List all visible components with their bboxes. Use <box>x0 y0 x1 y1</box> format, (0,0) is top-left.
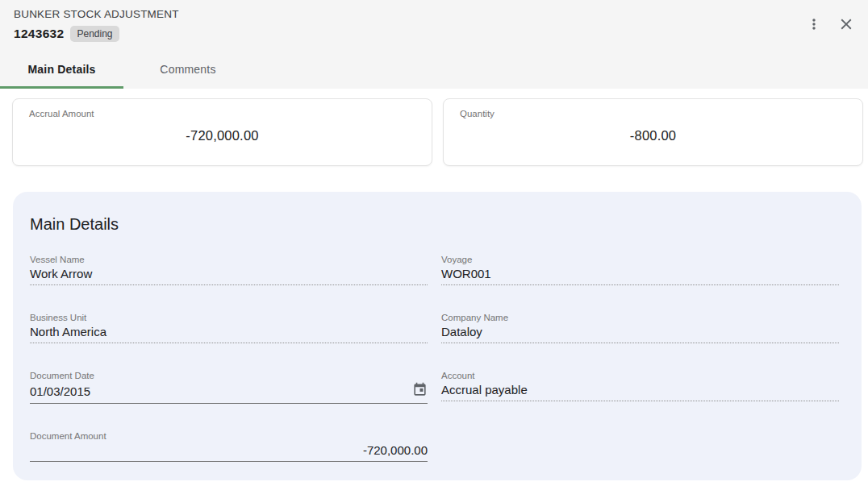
document-date-label: Document Date <box>30 371 428 380</box>
accrual-amount-card: Accrual Amount -720,000.00 <box>12 98 432 166</box>
vessel-name-label: Vessel Name <box>30 255 428 264</box>
voyage-label: Voyage <box>441 255 839 264</box>
field-voyage: Voyage WOR001 <box>441 255 839 285</box>
document-id: 1243632 <box>14 27 64 41</box>
document-date-input[interactable] <box>30 384 411 398</box>
close-button[interactable] <box>836 14 857 35</box>
accrual-amount-value: -720,000.00 <box>29 128 415 143</box>
field-document-date: Document Date <box>30 371 428 404</box>
company-name-value: Dataloy <box>441 325 482 338</box>
bunker-stock-adjustment-dialog: BUNKER STOCK ADJUSTMENT 1243632 Pending … <box>0 0 868 490</box>
active-tab-indicator <box>0 86 123 89</box>
document-amount-input[interactable] <box>30 443 428 457</box>
field-business-unit: Business Unit North America <box>30 313 428 343</box>
document-date-picker-button[interactable] <box>411 383 428 399</box>
field-grid: Vessel Name Work Arrow Voyage WOR001 Bus… <box>30 255 839 462</box>
business-unit-value: North America <box>30 325 106 338</box>
vessel-name-value: Work Arrow <box>30 267 92 280</box>
quantity-label: Quantity <box>460 109 846 118</box>
section-title: Main Details <box>30 215 839 234</box>
field-document-amount: Document Amount <box>30 431 428 462</box>
accrual-amount-label: Accrual Amount <box>29 109 415 118</box>
account-label: Account <box>441 371 839 380</box>
calendar-icon <box>412 382 428 400</box>
quantity-value: -800.00 <box>460 128 846 143</box>
tab-main-details[interactable]: Main Details <box>0 50 123 89</box>
field-company-name: Company Name Dataloy <box>441 313 839 343</box>
close-icon <box>837 15 855 33</box>
status-badge: Pending <box>70 26 119 42</box>
dialog-title: BUNKER STOCK ADJUSTMENT <box>14 8 855 20</box>
more-options-button[interactable] <box>803 14 824 35</box>
account-value: Accrual payable <box>441 383 528 397</box>
business-unit-label: Business Unit <box>30 313 428 322</box>
document-amount-label: Document Amount <box>30 431 428 441</box>
main-details-section: Main Details Vessel Name Work Arrow Voya… <box>13 192 862 480</box>
kebab-menu-icon <box>806 16 822 32</box>
quantity-card: Quantity -800.00 <box>443 98 863 166</box>
field-vessel-name: Vessel Name Work Arrow <box>30 255 428 285</box>
dialog-header: BUNKER STOCK ADJUSTMENT 1243632 Pending … <box>0 0 868 89</box>
field-account: Account Accrual payable <box>441 371 839 404</box>
tab-comments-label: Comments <box>160 63 215 76</box>
company-name-label: Company Name <box>441 313 839 322</box>
tab-comments[interactable]: Comments <box>123 50 252 89</box>
voyage-value: WOR001 <box>441 267 491 280</box>
tab-main-details-label: Main Details <box>27 63 95 76</box>
summary-cards-row: Accrual Amount -720,000.00 Quantity -800… <box>12 98 863 166</box>
tabbar: Main Details Comments <box>0 50 252 89</box>
